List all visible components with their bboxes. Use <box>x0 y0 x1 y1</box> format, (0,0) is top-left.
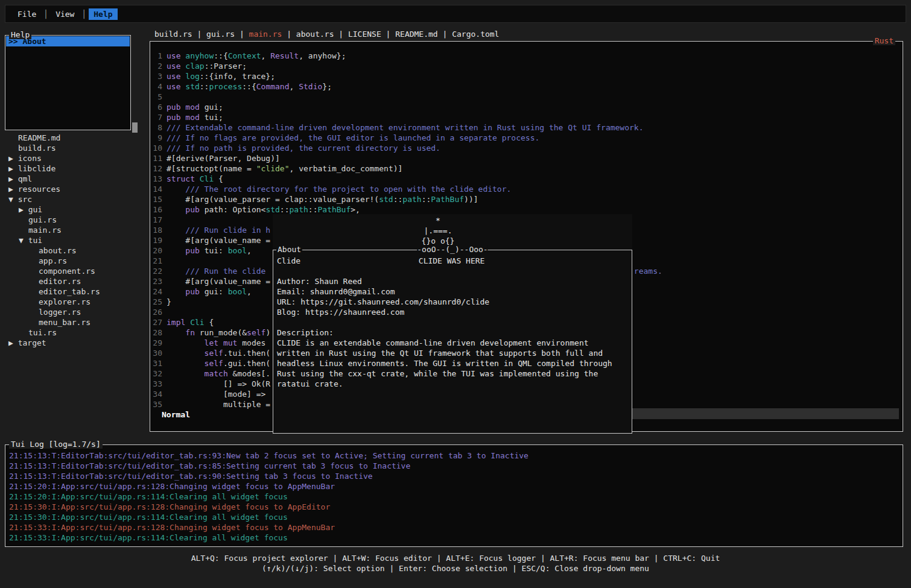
menu-item-file[interactable]: File <box>13 8 41 20</box>
tab-separator: | <box>334 30 348 39</box>
line-number: 23 <box>151 276 162 286</box>
log-entry: 21:15:30:I:App:src/tui/app.rs:114:Cleari… <box>9 512 899 522</box>
code-line-12: 12#[structopt(name = "clide", verbatim_d… <box>151 163 903 174</box>
ascii-border-art: -ooO--(_)--Ooo- <box>417 245 487 254</box>
line-number: 25 <box>151 297 162 307</box>
explorer-item-editor.rs[interactable]: editor.rs <box>5 276 145 286</box>
file-explorer: README.mdbuild.rs▶ icons▶ libclide▶ qml▶… <box>5 133 145 348</box>
explorer-scrollbar-thumb[interactable] <box>132 122 138 133</box>
tab-README.md[interactable]: README.md <box>395 30 437 39</box>
about-line: Author: Shaun Reed <box>277 276 628 286</box>
explorer-item-label: build.rs <box>18 144 56 153</box>
line-number: 12 <box>151 163 162 174</box>
line-number: 35 <box>151 399 162 409</box>
chevron-right-icon: ▶ <box>8 185 18 194</box>
explorer-item-app.rs[interactable]: app.rs <box>5 256 145 266</box>
log-entry: 21:15:20:I:App:src/tui/app.rs:114:Cleari… <box>9 492 899 502</box>
explorer-item-label: README.md <box>18 133 60 142</box>
explorer-item-resources[interactable]: ▶ resources <box>5 184 145 194</box>
line-number: 34 <box>151 389 162 399</box>
tab-separator: | <box>282 30 296 39</box>
line-number: 27 <box>151 317 162 327</box>
explorer-item-label: target <box>18 338 46 347</box>
line-number: 22 <box>151 266 162 276</box>
line-number: 16 <box>151 204 162 215</box>
keybar-line-2: (↑/k)/(↓/j): Select option | Enter: Choo… <box>0 563 911 574</box>
help-panel: Help >> About <box>5 35 131 130</box>
explorer-item-label: component.rs <box>39 267 95 276</box>
menu-separator: │ <box>43 10 48 19</box>
line-number: 26 <box>151 307 162 317</box>
chevron-right-icon: ▶ <box>8 338 18 347</box>
tab-Cargo.toml[interactable]: Cargo.toml <box>452 30 499 39</box>
tab-build.rs[interactable]: build.rs <box>154 30 192 39</box>
about-line: Clide CLIDE WAS HERE <box>277 256 628 266</box>
explorer-item-tui[interactable]: ▼ tui <box>5 235 145 245</box>
tab-about.rs[interactable]: about.rs <box>296 30 334 39</box>
line-number: 7 <box>151 112 162 122</box>
line-number: 3 <box>151 71 162 81</box>
explorer-item-label: libclide <box>18 164 56 173</box>
explorer-item-menu_bar.rs[interactable]: menu_bar.rs <box>5 317 145 327</box>
menu-item-help[interactable]: Help <box>89 8 117 20</box>
explorer-item-about.rs[interactable]: about.rs <box>5 245 145 256</box>
line-number: 20 <box>151 245 162 256</box>
keybar-line-1: ALT+Q: Focus project explorer | ALT+W: F… <box>0 553 911 563</box>
log-entry: 21:15:13:T:EditorTab:src/tui/editor_tab.… <box>9 450 899 461</box>
explorer-item-src[interactable]: ▼ src <box>5 194 145 204</box>
explorer-item-label: main.rs <box>28 226 62 235</box>
explorer-item-logger.rs[interactable]: logger.rs <box>5 307 145 317</box>
explorer-item-label: tui <box>28 236 42 245</box>
about-popup: *|.===.{}o o{} About -ooO--(_)--Ooo- Cli… <box>273 214 632 434</box>
tab-gui.rs[interactable]: gui.rs <box>206 30 235 39</box>
explorer-item-explorer.rs[interactable]: explorer.rs <box>5 297 145 307</box>
line-number: 24 <box>151 286 162 297</box>
code-line-15: 15 #[arg(value_parser = clap::value_pars… <box>151 194 903 204</box>
explorer-item-label: src <box>18 195 32 204</box>
code-line-1: 1use anyhow::{Context, Result, anyhow}; <box>151 51 903 61</box>
code-line-13: 13struct Cli { <box>151 174 903 184</box>
line-number: 2 <box>151 61 162 71</box>
about-line: CLIDE is an extendable command-line driv… <box>277 338 628 348</box>
chevron-right-icon: ▶ <box>8 154 18 163</box>
explorer-item-main.rs[interactable]: main.rs <box>5 225 145 235</box>
menu-item-view[interactable]: View <box>51 8 79 20</box>
explorer-item-component.rs[interactable]: component.rs <box>5 266 145 276</box>
line-number: 19 <box>151 235 162 245</box>
tab-LICENSE[interactable]: LICENSE <box>348 30 381 39</box>
about-line: URL: https://git.shaunreed.com/shaunrd0/… <box>277 297 628 307</box>
chevron-down-icon: ▼ <box>19 236 28 245</box>
line-number: 6 <box>151 102 162 112</box>
explorer-item-label: editor_tab.rs <box>39 287 100 296</box>
explorer-item-label: menu_bar.rs <box>39 318 90 327</box>
code-line-11: 11#[derive(Parser, Debug)] <box>151 153 903 163</box>
explorer-item-tui.rs[interactable]: tui.rs <box>5 327 145 338</box>
code-line-5: 5 <box>151 92 903 102</box>
line-number: 30 <box>151 348 162 358</box>
log-lines[interactable]: 21:15:13:T:EditorTab:src/tui/editor_tab.… <box>5 445 903 543</box>
tab-main.rs[interactable]: main.rs <box>249 30 282 39</box>
explorer-item-label: tui.rs <box>28 328 57 337</box>
about-line: ratatui crate. <box>277 379 628 389</box>
line-number: 18 <box>151 225 162 235</box>
explorer-item-libclide[interactable]: ▶ libclide <box>5 163 145 174</box>
explorer-item-build.rs[interactable]: build.rs <box>5 143 145 153</box>
menu-items: File│View│Help <box>11 8 119 20</box>
explorer-item-editor_tab.rs[interactable]: editor_tab.rs <box>5 286 145 297</box>
explorer-item-target[interactable]: ▶ target <box>5 338 145 348</box>
log-entry: 21:15:30:I:App:src/tui/app.rs:128:Changi… <box>9 502 899 512</box>
explorer-item-qml[interactable]: ▶ qml <box>5 174 145 184</box>
log-entry: 21:15:33:I:App:src/tui/app.rs:114:Cleari… <box>9 533 899 543</box>
about-line <box>277 317 628 327</box>
code-line-8: 8/// Extendable command-line driven deve… <box>151 122 903 133</box>
line-number: 13 <box>151 174 162 184</box>
explorer-item-gui[interactable]: ▶ gui <box>5 204 145 215</box>
tab-separator: | <box>438 30 452 39</box>
line-number: 8 <box>151 122 162 133</box>
explorer-item-readme.md[interactable]: README.md <box>5 133 145 143</box>
explorer-item-gui.rs[interactable]: gui.rs <box>5 215 145 225</box>
menu-separator: │ <box>81 10 86 19</box>
line-number: 32 <box>151 368 162 379</box>
explorer-item-icons[interactable]: ▶ icons <box>5 153 145 163</box>
about-line: Rust using the cxx-qt crate, while the T… <box>277 368 628 379</box>
